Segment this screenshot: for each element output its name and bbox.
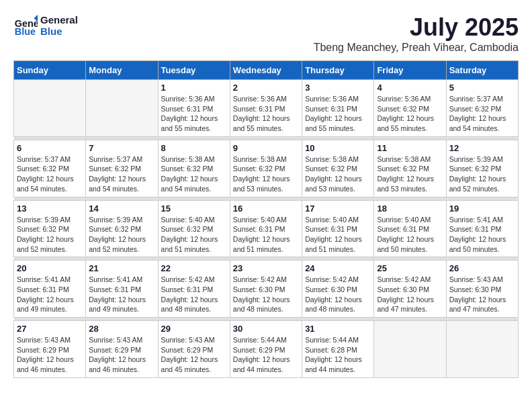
- day-info: Sunrise: 5:44 AMSunset: 6:28 PMDaylight:…: [305, 335, 371, 375]
- page-header: General Blue General Blue July 2025 Tben…: [13, 13, 519, 54]
- day-info: Sunrise: 5:39 AMSunset: 6:32 PMDaylight:…: [449, 154, 515, 194]
- day-info: Sunrise: 5:36 AMSunset: 6:31 PMDaylight:…: [161, 94, 227, 134]
- day-info: Sunrise: 5:36 AMSunset: 6:31 PMDaylight:…: [233, 94, 299, 134]
- calendar-table: SundayMondayTuesdayWednesdayThursdayFrid…: [13, 60, 519, 378]
- day-number: 22: [161, 263, 227, 273]
- day-info: Sunrise: 5:40 AMSunset: 6:31 PMDaylight:…: [377, 215, 443, 255]
- day-info: Sunrise: 5:43 AMSunset: 6:30 PMDaylight:…: [449, 275, 515, 314]
- day-info: Sunrise: 5:36 AMSunset: 6:32 PMDaylight:…: [377, 94, 443, 134]
- calendar-cell: 21Sunrise: 5:41 AMSunset: 6:31 PMDayligh…: [86, 261, 158, 318]
- calendar-cell: 4Sunrise: 5:36 AMSunset: 6:32 PMDaylight…: [374, 80, 446, 137]
- calendar-cell: 31Sunrise: 5:44 AMSunset: 6:28 PMDayligh…: [302, 321, 374, 378]
- calendar-cell: 12Sunrise: 5:39 AMSunset: 6:32 PMDayligh…: [446, 140, 518, 197]
- day-info: Sunrise: 5:37 AMSunset: 6:32 PMDaylight:…: [89, 154, 154, 194]
- weekday-header-wednesday: Wednesday: [230, 61, 302, 80]
- day-number: 25: [377, 263, 443, 273]
- calendar-week-3: 13Sunrise: 5:39 AMSunset: 6:32 PMDayligh…: [14, 200, 519, 257]
- day-number: 5: [449, 83, 515, 93]
- calendar-cell: 18Sunrise: 5:40 AMSunset: 6:31 PMDayligh…: [374, 200, 446, 257]
- day-info: Sunrise: 5:42 AMSunset: 6:30 PMDaylight:…: [305, 275, 371, 314]
- calendar-cell: 8Sunrise: 5:38 AMSunset: 6:32 PMDaylight…: [158, 140, 230, 197]
- day-number: 1: [161, 83, 227, 93]
- day-number: 31: [305, 324, 371, 334]
- calendar-cell: 23Sunrise: 5:42 AMSunset: 6:30 PMDayligh…: [230, 261, 302, 318]
- calendar-cell: 13Sunrise: 5:39 AMSunset: 6:32 PMDayligh…: [14, 200, 86, 257]
- title-block: July 2025 Tbeng Meanchey, Preah Vihear, …: [314, 13, 519, 54]
- calendar-cell: 16Sunrise: 5:40 AMSunset: 6:31 PMDayligh…: [230, 200, 302, 257]
- day-number: 8: [161, 143, 227, 153]
- day-info: Sunrise: 5:39 AMSunset: 6:32 PMDaylight:…: [89, 215, 154, 255]
- logo-line2: Blue: [40, 26, 78, 37]
- day-info: Sunrise: 5:43 AMSunset: 6:29 PMDaylight:…: [161, 335, 227, 375]
- calendar-cell: 5Sunrise: 5:37 AMSunset: 6:32 PMDaylight…: [446, 80, 518, 137]
- day-number: 18: [377, 203, 443, 214]
- calendar-cell: 24Sunrise: 5:42 AMSunset: 6:30 PMDayligh…: [302, 261, 374, 318]
- day-number: 11: [377, 143, 443, 153]
- calendar-week-2: 6Sunrise: 5:37 AMSunset: 6:32 PMDaylight…: [14, 140, 519, 197]
- day-info: Sunrise: 5:36 AMSunset: 6:31 PMDaylight:…: [305, 94, 371, 134]
- calendar-cell: 19Sunrise: 5:41 AMSunset: 6:31 PMDayligh…: [446, 200, 518, 257]
- weekday-header-thursday: Thursday: [302, 61, 374, 80]
- day-number: 24: [305, 263, 371, 273]
- calendar-cell: 30Sunrise: 5:44 AMSunset: 6:29 PMDayligh…: [230, 321, 302, 378]
- calendar-cell: 7Sunrise: 5:37 AMSunset: 6:32 PMDaylight…: [86, 140, 158, 197]
- calendar-cell: 2Sunrise: 5:36 AMSunset: 6:31 PMDaylight…: [230, 80, 302, 137]
- day-info: Sunrise: 5:43 AMSunset: 6:29 PMDaylight:…: [17, 335, 83, 375]
- month-year-title: July 2025: [314, 13, 519, 42]
- calendar-cell: 29Sunrise: 5:43 AMSunset: 6:29 PMDayligh…: [158, 321, 230, 378]
- day-number: 29: [161, 324, 227, 334]
- day-number: 19: [449, 203, 515, 214]
- day-number: 28: [89, 324, 154, 334]
- calendar-cell: 25Sunrise: 5:42 AMSunset: 6:30 PMDayligh…: [374, 261, 446, 318]
- day-number: 16: [233, 203, 299, 214]
- day-info: Sunrise: 5:42 AMSunset: 6:31 PMDaylight:…: [161, 275, 227, 314]
- day-number: 14: [89, 203, 154, 214]
- day-info: Sunrise: 5:40 AMSunset: 6:31 PMDaylight:…: [233, 215, 299, 255]
- day-number: 7: [89, 143, 154, 153]
- day-info: Sunrise: 5:40 AMSunset: 6:31 PMDaylight:…: [305, 215, 371, 255]
- weekday-header-friday: Friday: [374, 61, 446, 80]
- calendar-cell: [446, 321, 518, 378]
- calendar-cell: 27Sunrise: 5:43 AMSunset: 6:29 PMDayligh…: [14, 321, 86, 378]
- calendar-cell: 20Sunrise: 5:41 AMSunset: 6:31 PMDayligh…: [14, 261, 86, 318]
- day-info: Sunrise: 5:37 AMSunset: 6:32 PMDaylight:…: [17, 154, 83, 194]
- day-number: 27: [17, 324, 83, 334]
- day-info: Sunrise: 5:42 AMSunset: 6:30 PMDaylight:…: [377, 275, 443, 314]
- day-number: 17: [305, 203, 371, 214]
- day-info: Sunrise: 5:41 AMSunset: 6:31 PMDaylight:…: [449, 215, 515, 255]
- weekday-header-saturday: Saturday: [446, 61, 518, 80]
- calendar-cell: [86, 80, 158, 137]
- day-number: 2: [233, 83, 299, 93]
- calendar-week-1: 1Sunrise: 5:36 AMSunset: 6:31 PMDaylight…: [14, 80, 519, 137]
- logo: General Blue General Blue: [13, 13, 78, 38]
- day-info: Sunrise: 5:38 AMSunset: 6:32 PMDaylight:…: [161, 154, 227, 194]
- day-number: 15: [161, 203, 227, 214]
- day-info: Sunrise: 5:41 AMSunset: 6:31 PMDaylight:…: [89, 275, 154, 314]
- calendar-cell: 10Sunrise: 5:38 AMSunset: 6:32 PMDayligh…: [302, 140, 374, 197]
- day-info: Sunrise: 5:39 AMSunset: 6:32 PMDaylight:…: [17, 215, 83, 255]
- calendar-cell: 22Sunrise: 5:42 AMSunset: 6:31 PMDayligh…: [158, 261, 230, 318]
- day-info: Sunrise: 5:38 AMSunset: 6:32 PMDaylight:…: [233, 154, 299, 194]
- day-number: 30: [233, 324, 299, 334]
- day-info: Sunrise: 5:40 AMSunset: 6:32 PMDaylight:…: [161, 215, 227, 255]
- day-number: 12: [449, 143, 515, 153]
- weekday-header-sunday: Sunday: [14, 61, 86, 80]
- calendar-cell: 17Sunrise: 5:40 AMSunset: 6:31 PMDayligh…: [302, 200, 374, 257]
- weekday-header-monday: Monday: [86, 61, 158, 80]
- day-number: 21: [89, 263, 154, 273]
- calendar-cell: [14, 80, 86, 137]
- calendar-cell: 15Sunrise: 5:40 AMSunset: 6:32 PMDayligh…: [158, 200, 230, 257]
- day-info: Sunrise: 5:38 AMSunset: 6:32 PMDaylight:…: [377, 154, 443, 194]
- calendar-cell: 6Sunrise: 5:37 AMSunset: 6:32 PMDaylight…: [14, 140, 86, 197]
- day-number: 26: [449, 263, 515, 273]
- svg-text:Blue: Blue: [15, 26, 36, 37]
- day-info: Sunrise: 5:43 AMSunset: 6:29 PMDaylight:…: [89, 335, 154, 375]
- day-number: 20: [17, 263, 83, 273]
- day-number: 4: [377, 83, 443, 93]
- calendar-header-row: SundayMondayTuesdayWednesdayThursdayFrid…: [14, 61, 519, 80]
- calendar-cell: 28Sunrise: 5:43 AMSunset: 6:29 PMDayligh…: [86, 321, 158, 378]
- day-info: Sunrise: 5:44 AMSunset: 6:29 PMDaylight:…: [233, 335, 299, 375]
- weekday-header-tuesday: Tuesday: [158, 61, 230, 80]
- calendar-cell: [374, 321, 446, 378]
- calendar-cell: 14Sunrise: 5:39 AMSunset: 6:32 PMDayligh…: [86, 200, 158, 257]
